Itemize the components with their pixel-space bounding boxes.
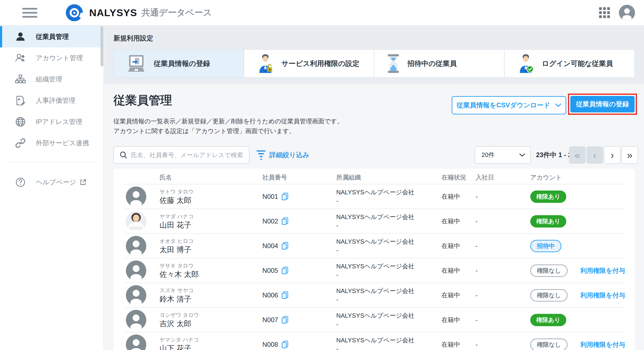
employee-join-date: - xyxy=(476,258,478,283)
table-row[interactable]: スズキ サヤコ 鈴木 清子 N006 NALYSYSヘルプページ会社 - 在籍中… xyxy=(114,283,635,308)
setup-band: 新規利用設定 従業員情報の登録 xyxy=(104,26,644,84)
table-row[interactable]: ササキ タロウ 佐々木 太郎 N005 NALYSYSヘルプページ会社 - 在籍… xyxy=(114,258,635,283)
advanced-filter-link[interactable]: 詳細絞り込み xyxy=(256,146,309,164)
employee-number: N005 xyxy=(262,258,288,283)
employee-table: 氏名 社員番号 所属組織 在籍状況 入社日 アカウント サトウ タロウ 佐藤 太… xyxy=(114,169,635,350)
sidebar-item-label: 組織管理 xyxy=(36,75,62,84)
employee-join-date: - xyxy=(476,209,478,234)
column-join-date: 入社日 xyxy=(476,169,494,184)
copy-icon[interactable] xyxy=(282,316,288,324)
description-line-1: 従業員情報の一覧表示／新規登録／更新／削除を行うための従業員管理画面です。 xyxy=(114,116,343,126)
employee-kana: ササキ タロウ xyxy=(160,262,194,269)
employee-kana: サトウ タロウ xyxy=(160,188,194,195)
account-badge-cell: 権限あり xyxy=(530,209,566,234)
grant-permission-link[interactable]: 利用権限を付与 xyxy=(580,332,625,350)
employee-org: NALYSYSヘルプページ会社 xyxy=(336,188,414,197)
table-row[interactable]: ヨシザワ タロウ 吉沢 太郎 N007 NALYSYSヘルプページ会社 - 在籍… xyxy=(114,308,635,332)
employee-status: 在籍中 xyxy=(442,209,460,234)
sidebar-item-label: 従業員管理 xyxy=(36,32,69,41)
employee-join-date: - xyxy=(476,332,478,350)
sidebar-item-hr-evaluation[interactable]: 人事評価管理 xyxy=(0,90,103,111)
sidebar-item-employee-management[interactable]: 従業員管理 xyxy=(0,26,103,47)
brand-title: NALYSYS xyxy=(89,7,137,18)
employee-kana: ヨシザワ タロウ xyxy=(160,312,199,319)
employee-kana: ヤマダ ハナコ xyxy=(160,213,194,220)
copy-icon[interactable] xyxy=(282,242,288,250)
copy-icon[interactable] xyxy=(282,291,288,299)
copy-icon[interactable] xyxy=(282,217,288,225)
employee-status: 在籍中 xyxy=(442,234,460,258)
chevron-down-icon xyxy=(555,103,561,107)
document-edit-icon xyxy=(14,95,27,106)
step-service-permission[interactable]: サービス利用権限の設定 xyxy=(244,50,374,77)
employee-avatar xyxy=(126,236,146,256)
table-row[interactable]: オオタ ヒロコ 太田 博子 N004 NALYSYSヘルプページ会社 - 在籍中… xyxy=(114,234,635,258)
register-employee-button[interactable]: 従業員情報の登録 xyxy=(570,96,635,113)
app-header: NALYSYS 共通データベース xyxy=(0,0,644,26)
sidebar-item-label: ヘルプページ xyxy=(36,178,76,187)
copy-icon[interactable] xyxy=(282,267,288,275)
account-badge-cell: 権限なし xyxy=(530,258,568,283)
sidebar-item-help[interactable]: ヘルプページ xyxy=(0,172,103,193)
search-box xyxy=(114,146,250,164)
employee-name: 佐藤 太郎 xyxy=(160,195,192,205)
next-page-button[interactable]: › xyxy=(604,146,620,164)
step-register-employee-info[interactable]: 従業員情報の登録 xyxy=(114,50,244,77)
sidebar-item-ip-address[interactable]: IPアドレス管理 xyxy=(0,111,103,133)
account-badge: 権限なし xyxy=(530,265,568,277)
grant-permission-link[interactable]: 利用権限を付与 xyxy=(580,258,625,283)
sidebar-scrollbar[interactable] xyxy=(100,26,103,67)
column-status: 在籍状況 xyxy=(442,169,466,184)
apps-grid-icon[interactable] xyxy=(599,7,610,18)
employee-org: NALYSYSヘルプページ会社 xyxy=(336,213,414,221)
account-badge-cell: 権限あり xyxy=(530,308,566,332)
page-size-select[interactable]: 20件 xyxy=(475,146,531,164)
table-row[interactable]: ヤマシタ ハナコ 山下 花子 N008 NALYSYSヘルプページ会社 - 在籍… xyxy=(114,332,635,350)
prev-page-button[interactable]: ‹ xyxy=(586,146,603,164)
employee-number-value: N008 xyxy=(262,341,278,349)
employee-name: 吉沢 太郎 xyxy=(160,319,192,329)
first-page-button[interactable]: « xyxy=(569,146,586,164)
description-line-2: アカウントに関する設定は「アカウント管理」画面で行います。 xyxy=(114,126,343,136)
employee-avatar xyxy=(126,186,146,207)
employee-photo xyxy=(126,211,146,232)
search-input[interactable] xyxy=(131,152,246,159)
employee-status: 在籍中 xyxy=(442,184,460,209)
businessman-lock-icon xyxy=(256,54,274,73)
sidebar-item-organization-management[interactable]: 組織管理 xyxy=(0,69,103,90)
employee-org-sub: - xyxy=(336,247,338,254)
employee-number-value: N002 xyxy=(262,217,278,225)
pagination: « ‹ › » xyxy=(569,146,638,164)
sidebar-item-external-services[interactable]: 外部サービス連携 xyxy=(0,133,103,154)
table-row[interactable]: ヤマダ ハナコ 山田 花子 N002 NALYSYSヘルプページ会社 - 在籍中… xyxy=(114,209,635,234)
hamburger-menu-icon[interactable] xyxy=(22,8,37,18)
search-icon xyxy=(120,151,128,159)
grant-permission-link[interactable]: 利用権限を付与 xyxy=(580,283,625,308)
table-row[interactable]: サトウ タロウ 佐藤 太郎 N001 NALYSYSヘルプページ会社 - 在籍中… xyxy=(114,184,635,209)
csv-download-button[interactable]: 従業員情報をCSVダウンロード xyxy=(452,96,566,114)
employee-avatar xyxy=(126,260,146,281)
employee-avatar xyxy=(126,211,146,232)
employee-number-value: N001 xyxy=(262,193,278,200)
employee-join-date: - xyxy=(476,308,478,332)
employee-org-sub: - xyxy=(336,197,338,204)
step-invited-employees[interactable]: 招待中の従業員 xyxy=(374,50,504,77)
nalysys-logo-icon xyxy=(65,3,84,22)
copy-icon[interactable] xyxy=(282,193,288,201)
question-circle-icon xyxy=(14,177,27,187)
account-badge: 権限あり xyxy=(530,314,566,326)
person-icon xyxy=(14,31,27,42)
employee-kana: スズキ サヤコ xyxy=(160,287,194,294)
step-login-ready-employees[interactable]: ログイン可能な従業員 xyxy=(504,50,634,77)
employee-name: 太田 博子 xyxy=(160,245,192,255)
chevron-down-icon xyxy=(519,153,525,157)
step-label: 招待中の従業員 xyxy=(408,59,457,68)
last-page-button[interactable]: » xyxy=(622,146,638,164)
employee-status: 在籍中 xyxy=(442,332,460,350)
org-tree-icon xyxy=(14,74,27,85)
account-badge: 権限あり xyxy=(530,190,566,203)
copy-icon[interactable] xyxy=(282,341,288,349)
sidebar-item-account-management[interactable]: アカウント管理 xyxy=(0,47,103,69)
user-avatar[interactable] xyxy=(619,5,635,21)
employee-number: N007 xyxy=(262,308,288,332)
